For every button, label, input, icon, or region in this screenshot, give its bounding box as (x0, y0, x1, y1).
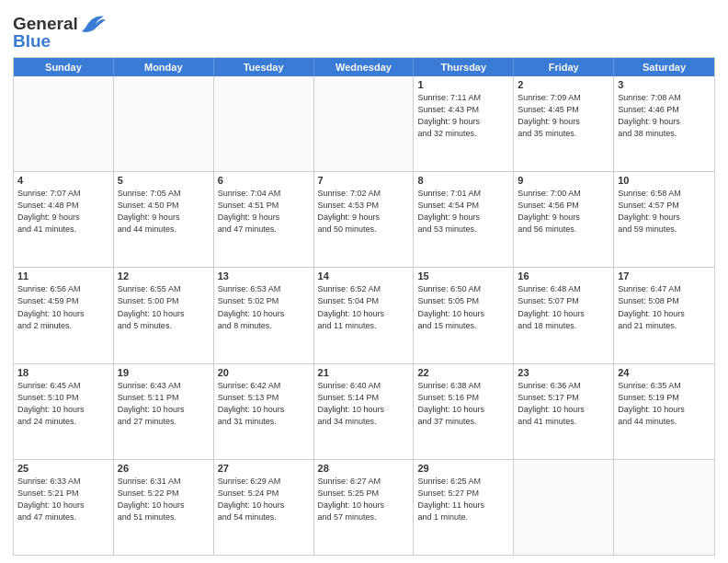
day-number: 24 (618, 367, 711, 378)
day-cell-27: 27Sunrise: 6:29 AM Sunset: 5:24 PM Dayli… (214, 460, 314, 555)
day-number: 16 (518, 270, 609, 282)
day-info: Sunrise: 7:05 AM Sunset: 4:50 PM Dayligh… (118, 188, 210, 236)
page-header: General Blue (13, 9, 715, 52)
day-number: 12 (118, 270, 210, 282)
day-cell-11: 11Sunrise: 6:56 AM Sunset: 4:59 PM Dayli… (14, 268, 114, 362)
day-cell-empty-4-5 (514, 460, 614, 555)
day-number: 3 (618, 79, 711, 90)
calendar-row-4: 25Sunrise: 6:33 AM Sunset: 5:21 PM Dayli… (14, 459, 714, 555)
day-info: Sunrise: 7:01 AM Sunset: 4:54 PM Dayligh… (417, 188, 509, 236)
header-day-monday: Monday (114, 58, 214, 76)
day-info: Sunrise: 7:04 AM Sunset: 4:51 PM Dayligh… (218, 188, 310, 236)
header-day-saturday: Saturday (614, 58, 714, 76)
calendar-row-0: 1Sunrise: 7:11 AM Sunset: 4:43 PM Daylig… (14, 76, 714, 171)
day-info: Sunrise: 7:02 AM Sunset: 4:53 PM Dayligh… (318, 188, 410, 236)
day-number: 27 (218, 463, 310, 474)
day-cell-10: 10Sunrise: 6:58 AM Sunset: 4:57 PM Dayli… (614, 172, 714, 267)
day-cell-2: 2Sunrise: 7:09 AM Sunset: 4:45 PM Daylig… (514, 76, 614, 171)
day-info: Sunrise: 6:38 AM Sunset: 5:16 PM Dayligh… (417, 380, 509, 428)
day-info: Sunrise: 7:11 AM Sunset: 4:43 PM Dayligh… (417, 92, 509, 140)
day-cell-24: 24Sunrise: 6:35 AM Sunset: 5:19 PM Dayli… (614, 364, 714, 459)
day-cell-5: 5Sunrise: 7:05 AM Sunset: 4:50 PM Daylig… (114, 172, 214, 267)
day-cell-25: 25Sunrise: 6:33 AM Sunset: 5:21 PM Dayli… (14, 460, 114, 555)
day-cell-19: 19Sunrise: 6:43 AM Sunset: 5:11 PM Dayli… (114, 364, 214, 459)
day-number: 29 (417, 463, 509, 474)
day-info: Sunrise: 6:55 AM Sunset: 5:00 PM Dayligh… (118, 283, 210, 331)
day-cell-9: 9Sunrise: 7:00 AM Sunset: 4:56 PM Daylig… (514, 172, 614, 267)
header-day-friday: Friday (514, 58, 614, 76)
day-cell-empty-0-0 (14, 76, 114, 171)
day-cell-23: 23Sunrise: 6:36 AM Sunset: 5:17 PM Dayli… (514, 364, 614, 459)
day-info: Sunrise: 6:29 AM Sunset: 5:24 PM Dayligh… (218, 476, 310, 523)
day-number: 20 (218, 367, 310, 378)
day-number: 18 (17, 367, 109, 378)
day-number: 6 (218, 175, 310, 186)
day-info: Sunrise: 6:56 AM Sunset: 4:59 PM Dayligh… (17, 283, 109, 331)
day-number: 2 (518, 79, 609, 90)
day-cell-15: 15Sunrise: 6:50 AM Sunset: 5:05 PM Dayli… (414, 268, 514, 362)
day-cell-16: 16Sunrise: 6:48 AM Sunset: 5:07 PM Dayli… (514, 268, 614, 362)
day-cell-empty-0-3 (314, 76, 415, 171)
day-number: 15 (417, 270, 509, 282)
day-number: 22 (417, 367, 509, 378)
calendar-body: 1Sunrise: 7:11 AM Sunset: 4:43 PM Daylig… (14, 76, 714, 555)
day-cell-21: 21Sunrise: 6:40 AM Sunset: 5:14 PM Dayli… (314, 364, 415, 459)
day-cell-empty-0-1 (114, 76, 214, 171)
day-info: Sunrise: 6:35 AM Sunset: 5:19 PM Dayligh… (618, 380, 711, 428)
day-cell-6: 6Sunrise: 7:04 AM Sunset: 4:51 PM Daylig… (214, 172, 314, 267)
day-cell-26: 26Sunrise: 6:31 AM Sunset: 5:22 PM Dayli… (114, 460, 214, 555)
day-cell-17: 17Sunrise: 6:47 AM Sunset: 5:08 PM Dayli… (614, 268, 714, 362)
day-info: Sunrise: 6:43 AM Sunset: 5:11 PM Dayligh… (118, 380, 210, 428)
day-number: 11 (17, 270, 109, 282)
day-info: Sunrise: 6:27 AM Sunset: 5:25 PM Dayligh… (318, 476, 410, 523)
day-info: Sunrise: 6:25 AM Sunset: 5:27 PM Dayligh… (417, 476, 509, 523)
day-info: Sunrise: 7:07 AM Sunset: 4:48 PM Dayligh… (17, 188, 109, 236)
day-number: 25 (17, 463, 109, 474)
day-info: Sunrise: 6:33 AM Sunset: 5:21 PM Dayligh… (17, 476, 109, 523)
day-info: Sunrise: 7:08 AM Sunset: 4:46 PM Dayligh… (618, 92, 711, 140)
day-cell-29: 29Sunrise: 6:25 AM Sunset: 5:27 PM Dayli… (414, 460, 514, 555)
day-number: 1 (417, 79, 509, 90)
day-info: Sunrise: 6:42 AM Sunset: 5:13 PM Dayligh… (218, 380, 310, 428)
day-number: 10 (618, 175, 711, 186)
day-number: 7 (318, 175, 410, 186)
day-cell-13: 13Sunrise: 6:53 AM Sunset: 5:02 PM Dayli… (214, 268, 314, 362)
day-info: Sunrise: 6:48 AM Sunset: 5:07 PM Dayligh… (518, 283, 609, 331)
day-number: 28 (318, 463, 410, 474)
day-info: Sunrise: 6:36 AM Sunset: 5:17 PM Dayligh… (518, 380, 609, 428)
day-number: 23 (518, 367, 609, 378)
day-cell-4: 4Sunrise: 7:07 AM Sunset: 4:48 PM Daylig… (14, 172, 114, 267)
day-info: Sunrise: 6:58 AM Sunset: 4:57 PM Dayligh… (618, 188, 711, 236)
day-info: Sunrise: 7:00 AM Sunset: 4:56 PM Dayligh… (518, 188, 609, 236)
day-number: 4 (17, 175, 109, 186)
header-day-sunday: Sunday (14, 58, 114, 76)
day-cell-12: 12Sunrise: 6:55 AM Sunset: 5:00 PM Dayli… (114, 268, 214, 362)
logo-bird-icon (80, 13, 106, 35)
day-number: 5 (118, 175, 210, 186)
day-number: 14 (318, 270, 410, 282)
calendar-header: SundayMondayTuesdayWednesdayThursdayFrid… (14, 58, 714, 76)
day-number: 26 (118, 463, 210, 474)
day-cell-1: 1Sunrise: 7:11 AM Sunset: 4:43 PM Daylig… (414, 76, 514, 171)
header-day-tuesday: Tuesday (214, 58, 314, 76)
calendar-row-2: 11Sunrise: 6:56 AM Sunset: 4:59 PM Dayli… (14, 267, 714, 362)
day-info: Sunrise: 6:45 AM Sunset: 5:10 PM Dayligh… (17, 380, 109, 428)
day-info: Sunrise: 6:50 AM Sunset: 5:05 PM Dayligh… (417, 283, 509, 331)
logo: General Blue (13, 13, 106, 52)
day-cell-empty-0-2 (214, 76, 314, 171)
day-cell-14: 14Sunrise: 6:52 AM Sunset: 5:04 PM Dayli… (314, 268, 415, 362)
day-number: 17 (618, 270, 711, 282)
day-info: Sunrise: 6:31 AM Sunset: 5:22 PM Dayligh… (118, 476, 210, 523)
day-info: Sunrise: 6:40 AM Sunset: 5:14 PM Dayligh… (318, 380, 410, 428)
day-cell-3: 3Sunrise: 7:08 AM Sunset: 4:46 PM Daylig… (614, 76, 714, 171)
day-info: Sunrise: 6:47 AM Sunset: 5:08 PM Dayligh… (618, 283, 711, 331)
day-number: 21 (318, 367, 410, 378)
day-cell-20: 20Sunrise: 6:42 AM Sunset: 5:13 PM Dayli… (214, 364, 314, 459)
day-cell-8: 8Sunrise: 7:01 AM Sunset: 4:54 PM Daylig… (414, 172, 514, 267)
day-number: 13 (218, 270, 310, 282)
day-cell-28: 28Sunrise: 6:27 AM Sunset: 5:25 PM Dayli… (314, 460, 415, 555)
day-info: Sunrise: 7:09 AM Sunset: 4:45 PM Dayligh… (518, 92, 609, 140)
day-cell-7: 7Sunrise: 7:02 AM Sunset: 4:53 PM Daylig… (314, 172, 415, 267)
header-day-thursday: Thursday (414, 58, 514, 76)
calendar: SundayMondayTuesdayWednesdayThursdayFrid… (13, 57, 715, 556)
